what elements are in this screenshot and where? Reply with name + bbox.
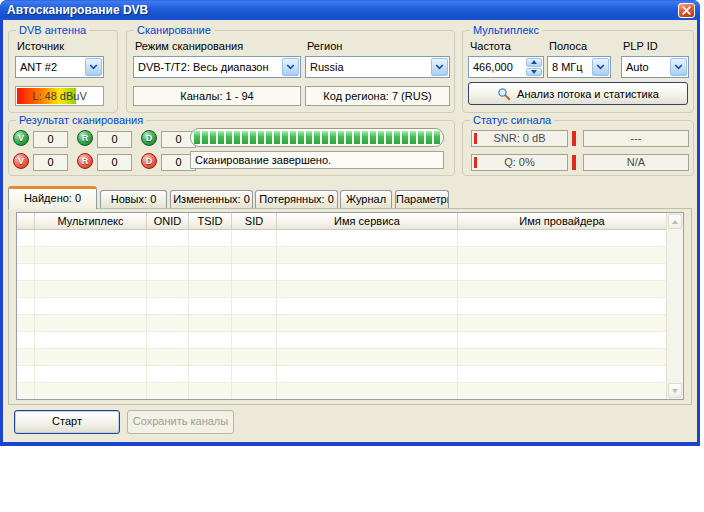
- bandwidth-combobox-dropdown-button[interactable]: [592, 58, 609, 76]
- table-cell: [17, 315, 35, 332]
- plp-id-combobox[interactable]: Auto: [621, 56, 689, 78]
- scan-mode-combobox[interactable]: DVB-T/T2: Весь диапазон: [133, 56, 301, 78]
- table-cell: [147, 332, 189, 349]
- table-cell: [17, 247, 35, 264]
- progress-block: [410, 131, 416, 144]
- scan-mode-label: Режим сканирования: [135, 40, 243, 52]
- close-button[interactable]: [678, 3, 695, 18]
- green-r-counter-value: 0: [97, 131, 132, 148]
- table-cell: [35, 281, 147, 298]
- source-combobox-value: ANT #2: [20, 57, 57, 77]
- table-cell: [277, 383, 458, 399]
- table-cell: [147, 349, 189, 366]
- scan-mode-combobox-value: DVB-T/T2: Весь диапазон: [138, 57, 269, 77]
- source-label: Источник: [17, 40, 64, 52]
- table-cell: [35, 366, 147, 383]
- progress-block: [418, 131, 424, 144]
- tab-0-active[interactable]: Найдено: 0: [8, 186, 97, 209]
- column-header-Мультиплекс[interactable]: Мультиплекс: [35, 213, 147, 229]
- frequency-spin-down-button[interactable]: [526, 68, 542, 77]
- progress-block: [394, 131, 400, 144]
- progress-block: [242, 131, 248, 144]
- table-cell: [17, 230, 35, 247]
- chevron-down-icon: [596, 64, 605, 70]
- table-row: [17, 383, 667, 399]
- region-combobox-dropdown-button[interactable]: [431, 58, 448, 76]
- table-row: [17, 230, 667, 247]
- table-cell: [147, 281, 189, 298]
- source-combobox-dropdown-button[interactable]: [85, 58, 102, 76]
- column-header-SID[interactable]: SID: [232, 213, 277, 229]
- scroll-down-button[interactable]: [668, 383, 682, 398]
- table-cell: [277, 298, 458, 315]
- progress-block: [282, 131, 288, 144]
- table-cell: [35, 298, 147, 315]
- progress-block: [298, 131, 304, 144]
- title-bar[interactable]: Автосканирование DVB: [0, 0, 700, 20]
- table-cell: [35, 230, 147, 247]
- table-cell: [189, 383, 232, 399]
- quality-meter-max-mark: [572, 155, 576, 170]
- table-cell: [458, 281, 667, 298]
- group-scan-result-title: Результат сканирования: [16, 114, 146, 126]
- column-header-Имя провайдера[interactable]: Имя провайдера: [458, 213, 667, 229]
- frequency-value: 466,000: [473, 57, 513, 77]
- progress-block: [306, 131, 312, 144]
- progress-block: [386, 131, 392, 144]
- vertical-scrollbar[interactable]: [666, 213, 683, 399]
- chevron-down-icon: [286, 64, 295, 70]
- table-row: [17, 281, 667, 298]
- table-cell: [232, 230, 277, 247]
- table-cell: [458, 230, 667, 247]
- column-header-blank[interactable]: [17, 213, 35, 229]
- frequency-spinner[interactable]: 466,000: [468, 56, 544, 78]
- table-cell: [458, 349, 667, 366]
- red-r-counter-value: 0: [97, 154, 132, 171]
- progress-block: [370, 131, 376, 144]
- start-button[interactable]: Старт: [14, 410, 120, 434]
- tab-1[interactable]: Новых: 0: [100, 190, 167, 209]
- signal-level-meter: L: 48 dBuV: [15, 86, 104, 106]
- progress-block: [426, 131, 432, 144]
- frequency-spin-up-button[interactable]: [526, 58, 542, 67]
- column-header-ONID[interactable]: ONID: [147, 213, 189, 229]
- scroll-up-button[interactable]: [668, 214, 682, 229]
- progress-block: [226, 131, 232, 144]
- chevron-down-icon: [674, 64, 683, 70]
- group-signal-status-title: Статус сигнала: [470, 114, 554, 126]
- progress-block: [314, 131, 320, 144]
- scan-mode-combobox-dropdown-button[interactable]: [282, 58, 299, 76]
- table-cell: [458, 383, 667, 399]
- arrow-up-icon: [672, 220, 678, 224]
- table-cell: [277, 264, 458, 281]
- table-cell: [277, 230, 458, 247]
- column-header-Имя сервиса[interactable]: Имя сервиса: [277, 213, 458, 229]
- arrow-down-icon: [531, 70, 537, 74]
- arrow-up-icon: [531, 60, 537, 64]
- source-combobox[interactable]: ANT #2: [15, 56, 104, 78]
- table-cell: [458, 247, 667, 264]
- snr-meter-max-mark: [572, 131, 576, 146]
- plp-id-combobox-dropdown-button[interactable]: [670, 58, 687, 76]
- column-header-TSID[interactable]: TSID: [189, 213, 232, 229]
- quality-meter-min-mark: [474, 157, 477, 168]
- table-cell: [17, 383, 35, 399]
- quality-value-field: N/A: [583, 154, 689, 171]
- tab-4[interactable]: Журнал: [340, 190, 392, 209]
- table-cell: [147, 366, 189, 383]
- table-cell: [17, 298, 35, 315]
- tab-5[interactable]: Параметры: [395, 190, 449, 209]
- plp-id-label: PLP ID: [623, 40, 658, 52]
- table-cell: [35, 247, 147, 264]
- table-cell: [17, 349, 35, 366]
- tab-2[interactable]: Измененных: 0: [170, 190, 253, 209]
- window-title: Автосканирование DVB: [7, 0, 148, 20]
- region-combobox[interactable]: Russia: [305, 56, 450, 78]
- table-cell: [189, 264, 232, 281]
- tab-3[interactable]: Потерянных: 0: [255, 190, 338, 209]
- table-cell: [232, 332, 277, 349]
- analyze-stream-button[interactable]: Анализ потока и статистика: [468, 82, 688, 105]
- bandwidth-combobox[interactable]: 8 МГц: [547, 56, 611, 78]
- save-channels-button[interactable]: Сохранить каналы: [127, 410, 234, 434]
- table-cell: [17, 332, 35, 349]
